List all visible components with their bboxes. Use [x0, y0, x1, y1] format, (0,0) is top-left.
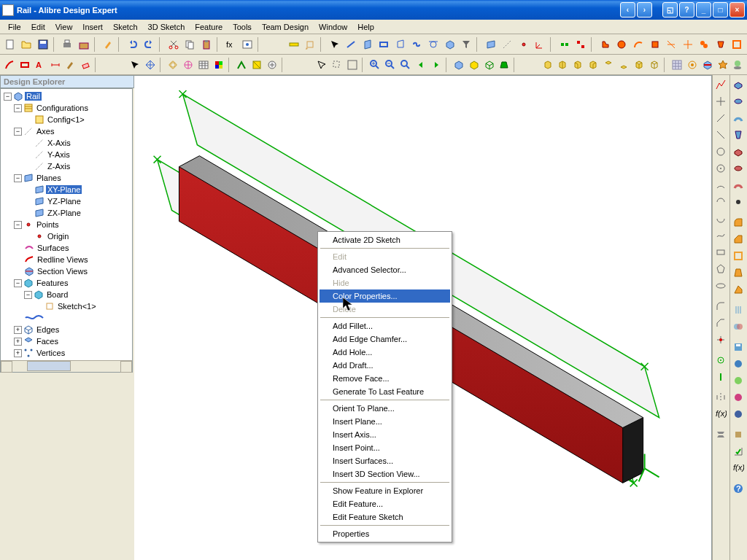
feat-c[interactable]: [630, 36, 646, 52]
rt-mirror[interactable]: [713, 389, 729, 405]
rt-hconstraint[interactable]: [713, 352, 729, 368]
paint-button[interactable]: [101, 36, 117, 52]
rt-vconstraint[interactable]: [713, 369, 729, 385]
insert-axis-button[interactable]: [500, 36, 516, 52]
table-btn[interactable]: [196, 57, 211, 73]
feat-a[interactable]: [597, 36, 614, 52]
cube-iso2[interactable]: [647, 57, 662, 73]
feat-e[interactable]: [663, 36, 679, 52]
menu-edit[interactable]: Edit: [26, 21, 50, 33]
repository-button[interactable]: [76, 36, 92, 52]
tree-yzplane[interactable]: YZ-Plane: [46, 197, 82, 206]
select-edge[interactable]: [344, 36, 360, 52]
ctx-add-chamfer[interactable]: Add Edge Chamfer...: [320, 332, 450, 346]
mate2-button[interactable]: [573, 36, 589, 52]
rt-target[interactable]: [713, 93, 729, 109]
view-pan[interactable]: [143, 57, 158, 73]
ctx-insert-surfaces[interactable]: Insert Surfaces...: [320, 454, 450, 467]
menu-window[interactable]: Window: [314, 21, 352, 33]
rt-line[interactable]: [713, 110, 729, 126]
ctx-add-fillet[interactable]: Add Fillet...: [320, 319, 450, 332]
expand-icon[interactable]: −: [24, 291, 32, 299]
tree-configurations[interactable]: Configurations: [35, 104, 90, 112]
rt-arc2[interactable]: [713, 194, 729, 210]
feat-f[interactable]: [680, 36, 696, 52]
expand-icon[interactable]: −: [14, 104, 22, 112]
tree-sketch1[interactable]: Sketch<1>: [56, 302, 98, 311]
select-face[interactable]: [360, 36, 376, 52]
filter-btn[interactable]: [459, 36, 475, 52]
paste-button[interactable]: [198, 36, 214, 52]
cube-bottom[interactable]: [616, 57, 631, 73]
select-loop[interactable]: [376, 36, 392, 52]
menu-help[interactable]: Help: [352, 21, 379, 33]
window-btn-1[interactable]: ‹: [620, 2, 635, 18]
ctx-insert-plane[interactable]: Insert Plane...: [320, 415, 450, 428]
scroll-right-icon[interactable]: [120, 361, 132, 373]
cut-revolve-btn[interactable]: [730, 160, 746, 176]
expand-icon[interactable]: +: [14, 326, 22, 334]
mate1-button[interactable]: [557, 36, 573, 52]
rib-btn[interactable]: [730, 281, 746, 298]
color-btn[interactable]: [212, 57, 226, 73]
rt-line2[interactable]: [713, 127, 729, 143]
tree-root[interactable]: Rail: [25, 92, 42, 101]
select-1[interactable]: [327, 36, 343, 52]
cube-left[interactable]: [570, 57, 585, 73]
feat-i[interactable]: [729, 36, 746, 52]
extrude-btn[interactable]: [730, 77, 746, 93]
ctx-color-properties[interactable]: Color Properties...: [320, 289, 450, 303]
expand-icon[interactable]: +: [14, 349, 22, 357]
fillet3d-btn[interactable]: [730, 214, 746, 230]
analyze-check[interactable]: [730, 443, 746, 459]
view-select[interactable]: [128, 57, 142, 73]
cube-top[interactable]: [601, 57, 616, 73]
select-chain[interactable]: [409, 36, 425, 52]
feat-g[interactable]: [697, 36, 713, 52]
render-btn[interactable]: [730, 356, 746, 372]
menu-tools[interactable]: Tools: [228, 21, 257, 33]
cut-sweep-btn[interactable]: [730, 177, 746, 193]
tree-planes[interactable]: Planes: [35, 174, 63, 182]
equation-button[interactable]: fx: [223, 36, 239, 52]
loft-btn[interactable]: [730, 127, 746, 143]
section-view[interactable]: [700, 57, 715, 73]
analyze-mass[interactable]: [730, 427, 746, 443]
zoom-in[interactable]: [368, 57, 382, 73]
sketch-text[interactable]: A: [33, 57, 47, 73]
copy-button[interactable]: [182, 36, 198, 52]
analyze3[interactable]: [265, 57, 279, 73]
explorer-scrollbar[interactable]: [1, 360, 132, 372]
cube-front[interactable]: [541, 57, 555, 73]
feat-b[interactable]: [614, 36, 630, 52]
rt-poly[interactable]: [713, 261, 729, 277]
tree-surfaces[interactable]: Surfaces: [36, 244, 70, 252]
save-button[interactable]: [35, 36, 51, 52]
ctx-edit-feature[interactable]: Edit Feature...: [320, 497, 450, 510]
tree-edges[interactable]: Edges: [35, 325, 61, 334]
fx2-btn[interactable]: f(x): [730, 460, 746, 476]
ctx-advanced-selector[interactable]: Advanced Selector...: [320, 263, 450, 276]
select-body[interactable]: [442, 36, 458, 52]
tree-xyplane[interactable]: XY-Plane: [46, 185, 82, 194]
chamfer3d-btn[interactable]: [730, 231, 746, 247]
rt-arc[interactable]: [713, 177, 729, 193]
sketch-pen[interactable]: [63, 57, 77, 73]
rt-rect[interactable]: [713, 244, 729, 260]
menu-3dsketch[interactable]: 3D Sketch: [143, 21, 190, 33]
tree-board[interactable]: Board: [45, 290, 69, 299]
rt-fillet[interactable]: [713, 298, 729, 314]
expand-icon[interactable]: −: [14, 279, 22, 287]
menu-feature[interactable]: Feature: [190, 21, 228, 33]
render3-btn[interactable]: [730, 389, 746, 405]
menu-sketch[interactable]: Sketch: [108, 21, 143, 33]
render2-btn[interactable]: [730, 373, 746, 389]
2dsketch-button[interactable]: [303, 36, 319, 52]
draft-btn[interactable]: [730, 265, 746, 281]
cut-button[interactable]: [166, 36, 182, 52]
tree-points[interactable]: Points: [35, 220, 61, 229]
coord-sys-button[interactable]: [533, 36, 549, 52]
rt-edit[interactable]: [713, 427, 729, 443]
zoom-out[interactable]: [383, 57, 398, 73]
rt-spline[interactable]: [713, 228, 729, 244]
